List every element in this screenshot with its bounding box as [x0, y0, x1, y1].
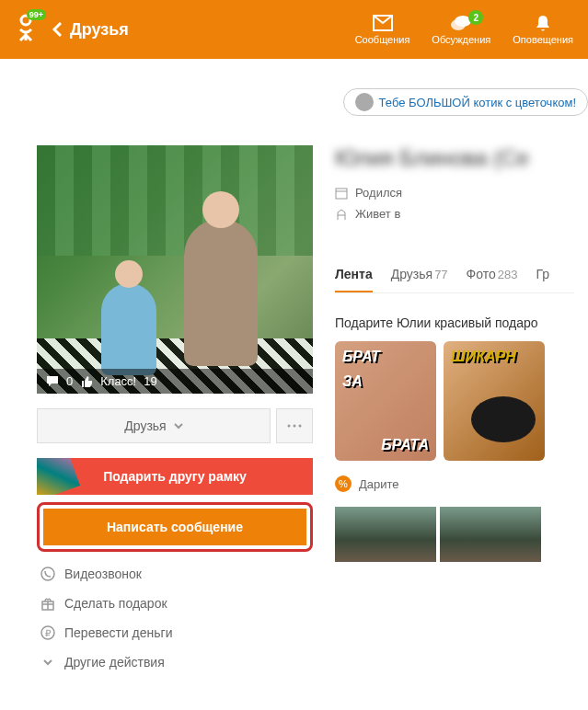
- page-title: Друзья: [70, 20, 129, 40]
- gift-item-1[interactable]: БРАТ ЗА БРАТА: [335, 341, 436, 461]
- tab-photos[interactable]: Фото283: [467, 258, 518, 292]
- svg-point-5: [299, 425, 302, 428]
- comment-icon[interactable]: [46, 375, 59, 388]
- other-actions[interactable]: Другие действия: [37, 647, 313, 677]
- birthday-info: Родился: [335, 186, 574, 200]
- svg-point-6: [41, 567, 54, 580]
- main-header: 99+ Друзья Сообщения 2 Обсуждения Оповещ…: [0, 0, 588, 59]
- promo-banner[interactable]: Тебе БОЛЬШОЙ котик с цветочком!: [343, 88, 588, 116]
- chevron-down-icon: [174, 421, 183, 430]
- comment-count: 0: [66, 374, 73, 388]
- more-button[interactable]: [276, 408, 313, 443]
- tab-feed[interactable]: Лента: [335, 258, 373, 292]
- tab-friends[interactable]: Друзья77: [391, 258, 448, 292]
- location-info: Живет в: [335, 207, 574, 221]
- gift-section-title: Подарите Юлии красивый подаро: [335, 315, 574, 330]
- highlight-annotation: Написать сообщение: [37, 502, 313, 552]
- notifications-count-badge: 99+: [27, 9, 46, 20]
- thumbnail-1[interactable]: [335, 507, 436, 562]
- gift-icon: [40, 596, 55, 611]
- calendar-icon: [335, 187, 348, 200]
- transfer-money-action[interactable]: ₽ Перевести деньги: [37, 618, 313, 647]
- profile-photo[interactable]: 0 Класс! 19: [37, 145, 313, 394]
- back-chevron-icon[interactable]: [52, 21, 63, 38]
- give-gifts-link[interactable]: % Дарите: [335, 475, 574, 492]
- notifications-nav[interactable]: Оповещения: [513, 14, 573, 45]
- gift-action[interactable]: Сделать подарок: [37, 589, 313, 618]
- svg-point-3: [288, 425, 291, 428]
- like-count: 19: [144, 374, 156, 388]
- tab-groups[interactable]: Гр: [536, 258, 549, 292]
- location-icon: [335, 208, 348, 221]
- thumbnail-2[interactable]: [440, 507, 541, 562]
- gift-badge-icon: %: [335, 475, 352, 492]
- photo-stats-bar: 0 Класс! 19: [37, 369, 313, 394]
- video-call-action[interactable]: Видеозвонок: [37, 559, 313, 589]
- phone-icon: [40, 567, 55, 581]
- friends-dropdown[interactable]: Друзья: [37, 408, 271, 443]
- bell-icon: [532, 14, 554, 32]
- like-icon[interactable]: [80, 375, 93, 388]
- svg-text:₽: ₽: [45, 628, 52, 638]
- svg-rect-10: [336, 189, 347, 199]
- money-icon: ₽: [40, 625, 55, 640]
- gift-frame-button[interactable]: Подарить другу рамку: [37, 458, 313, 495]
- write-message-button[interactable]: Написать сообщение: [43, 509, 306, 545]
- messages-nav[interactable]: Сообщения: [355, 14, 410, 45]
- chevron-down-icon: [40, 655, 55, 670]
- discussions-nav[interactable]: 2 Обсуждения: [432, 14, 490, 45]
- profile-tabs: Лента Друзья77 Фото283 Гр: [335, 258, 574, 293]
- gift-item-2[interactable]: ШИКАРН: [444, 341, 545, 461]
- envelope-icon: [372, 14, 394, 32]
- svg-point-4: [294, 425, 296, 428]
- profile-name: Юлия Блинова (Се: [335, 145, 574, 171]
- cat-icon: [355, 93, 374, 111]
- ok-logo[interactable]: 99+: [15, 13, 37, 46]
- discussions-badge: 2: [468, 10, 483, 25]
- like-label: Класс!: [100, 374, 136, 388]
- dots-icon: [287, 424, 302, 428]
- svg-point-2: [451, 19, 466, 30]
